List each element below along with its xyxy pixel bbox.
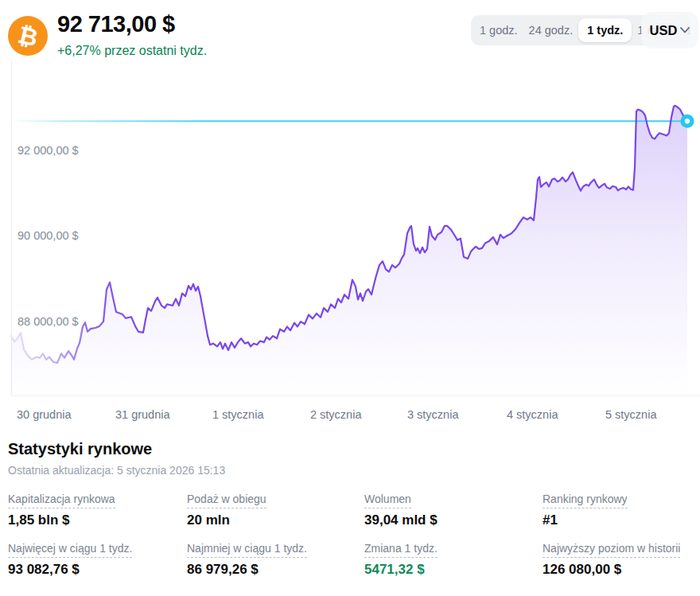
price-chart[interactable] <box>0 61 700 400</box>
x-tick-30-grudnia: 30 grudnia <box>17 408 72 421</box>
chart-series <box>11 106 694 395</box>
x-tick-1-stycznia: 1 stycznia <box>212 408 263 421</box>
stat-label-week-high[interactable]: Najwięcej w ciągu 1 tydz. <box>8 542 132 558</box>
stat-label-all-time-high[interactable]: Najwyższy poziom w historii <box>542 542 680 558</box>
stat-label-market-cap[interactable]: Kapitalizacja rynkowa <box>8 493 115 508</box>
stat-value-week-low: 86 979,26 $ <box>187 562 259 578</box>
tab-24-hours[interactable]: 24 godz. <box>523 18 579 42</box>
bitcoin-symbol-glyph: ₿ <box>15 20 41 52</box>
stat-value-market-rank: #1 <box>542 512 558 528</box>
stats-title: Statystyki rynkowe <box>8 440 152 458</box>
x-tick-2-stycznia: 2 stycznia <box>310 408 361 421</box>
current-price: 92 713,00 $ <box>57 11 175 37</box>
stat-value-all-time-high: 126 080,00 $ <box>542 562 621 578</box>
y-tick-88000: 88 000,00 $ <box>18 315 79 328</box>
stats-last-updated: Ostatnia aktualizacja: 5 stycznia 2026 1… <box>8 464 225 477</box>
currency-label: USD <box>650 23 678 38</box>
x-tick-3-stycznia: 3 stycznia <box>407 408 458 421</box>
price-change-text: +6,27% przez ostatni tydz. <box>57 44 207 58</box>
y-tick-92000: 92 000,00 $ <box>18 144 79 157</box>
bitcoin-price-page: ₿ 92 713,00 $ +6,27% przez ostatni tydz.… <box>0 0 700 596</box>
stat-value-week-change: 5471,32 $ <box>364 562 425 578</box>
stat-label-volume[interactable]: Wolumen <box>364 493 411 508</box>
stat-label-circulating-supply[interactable]: Podaż w obiegu <box>187 493 266 508</box>
x-tick-4-stycznia: 4 stycznia <box>507 408 558 421</box>
tab-1-week[interactable]: 1 tydz. <box>578 18 632 42</box>
tab-1-hour[interactable]: 1 godz. <box>474 18 523 42</box>
x-tick-5-stycznia: 5 stycznia <box>605 408 656 421</box>
currency-selector[interactable]: USD <box>641 12 698 49</box>
bitcoin-icon: ₿ <box>8 16 48 56</box>
stat-label-week-change[interactable]: Zmiana 1 tydz. <box>364 542 438 558</box>
stat-label-week-low[interactable]: Najmniej w ciągu 1 tydz. <box>187 542 307 558</box>
y-tick-90000: 90 000,00 $ <box>18 229 79 242</box>
chevron-down-icon <box>680 27 690 33</box>
stat-value-volume: 39,04 mld $ <box>364 512 438 528</box>
stat-value-market-cap: 1,85 bln $ <box>8 512 69 528</box>
stat-label-market-rank[interactable]: Ranking rynkowy <box>542 493 628 508</box>
x-tick-31-grudnia: 31 grudnia <box>115 408 170 421</box>
stat-value-circulating-supply: 20 mln <box>187 512 230 528</box>
stat-value-week-high: 93 082,76 $ <box>8 562 80 578</box>
